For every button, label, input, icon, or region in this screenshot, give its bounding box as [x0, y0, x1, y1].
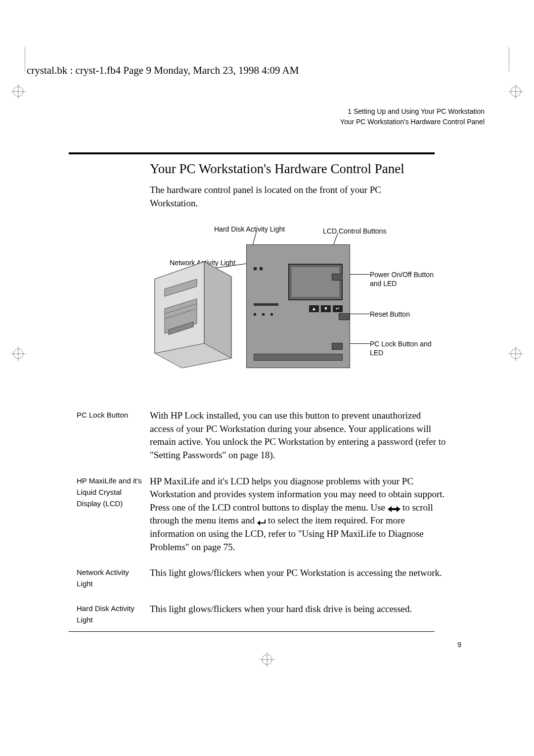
callout-pclock-button: PC Lock Button and LED: [370, 339, 439, 357]
svg-marker-16: [204, 262, 231, 358]
definition-list: PC Lock Button With HP Lock installed, y…: [77, 409, 461, 625]
definition-term: Network Activity Light: [77, 567, 150, 590]
definition-body: This light glows/flickers when your PC W…: [150, 567, 446, 590]
definition-body: With HP Lock installed, you can use this…: [150, 409, 446, 462]
workstation-tower-illustration: [150, 259, 234, 368]
page-number: 9: [457, 641, 461, 649]
trim-line: [25, 47, 25, 72]
crop-mark-icon: [11, 84, 26, 99]
section-rule: [69, 152, 435, 154]
callout-hdd-light: Hard Disk Activity Light: [214, 225, 285, 234]
callout-power-button: Power On/Off Button and LED: [370, 270, 439, 288]
leader-line: [252, 232, 257, 246]
crop-mark-icon: [11, 346, 26, 361]
trim-line: [509, 47, 509, 72]
definition-term: HP MaxiLife and it's Liquid Crystal Disp…: [77, 475, 150, 554]
scroll-arrows-icon: [388, 504, 402, 513]
section-label: Your PC Workstation's Hardware Control P…: [340, 117, 485, 127]
callout-reset-button: Reset Button: [370, 310, 410, 319]
section-title: Your PC Workstation's Hardware Control P…: [150, 161, 461, 177]
leader-line: [348, 274, 370, 275]
hardware-panel-figure: Hard Disk Activity Light LCD Control But…: [150, 225, 442, 380]
definition-body: HP MaxiLife and it's LCD helps you diagn…: [150, 475, 446, 554]
definition-row: PC Lock Button With HP Lock installed, y…: [77, 409, 461, 462]
front-panel-illustration: ▲▼↵: [246, 244, 350, 368]
intro-paragraph: The hardware control panel is located on…: [150, 184, 427, 210]
definition-row: Network Activity Light This light glows/…: [77, 567, 461, 590]
chapter-label: 1 Setting Up and Using Your PC Workstati…: [340, 106, 485, 117]
leader-line: [348, 314, 370, 314]
footer-rule: [69, 631, 435, 632]
svg-marker-24: [394, 506, 400, 512]
crop-mark-icon: [260, 652, 274, 667]
definition-term: Hard Disk Activity Light: [77, 603, 150, 626]
running-header: 1 Setting Up and Using Your PC Workstati…: [340, 106, 485, 127]
leader-line: [348, 343, 370, 344]
callout-lcd-buttons: LCD Control Buttons: [323, 227, 386, 236]
crop-mark-icon: [508, 84, 523, 99]
definition-row: HP MaxiLife and it's Liquid Crystal Disp…: [77, 475, 461, 554]
definition-row: Hard Disk Activity Light This light glow…: [77, 603, 461, 626]
svg-marker-23: [388, 506, 395, 512]
enter-arrow-icon: [257, 517, 268, 525]
definition-term: PC Lock Button: [77, 409, 150, 462]
document-source-line: crystal.bk : cryst-1.fb4 Page 9 Monday, …: [27, 64, 299, 77]
definition-body: This light glows/flickers when your hard…: [150, 603, 446, 626]
crop-mark-icon: [508, 346, 523, 361]
